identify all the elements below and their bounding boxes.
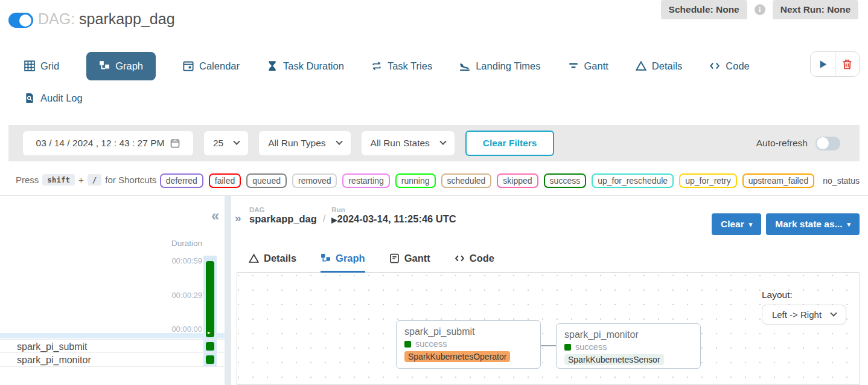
dag-enabled-toggle[interactable]	[8, 13, 33, 28]
auto-refresh-toggle[interactable]	[815, 137, 840, 150]
shortcut-hint: Press shift + / for Shortcuts	[16, 174, 156, 186]
info-icon[interactable]: i	[755, 4, 765, 15]
layout-control: Layout: Left -> Right	[762, 290, 846, 325]
gantt-icon	[568, 60, 579, 71]
task-name[interactable]: spark_pi_monitor	[17, 355, 91, 365]
task-row[interactable]: spark_pi_submit	[0, 339, 225, 353]
state-badge-up-for-reschedule[interactable]: up_for_reschedule	[592, 173, 674, 188]
state-badge-queued[interactable]: queued	[246, 173, 287, 188]
tab-grid[interactable]: Grid	[24, 60, 59, 72]
filter-bar: 03 / 14 / 2024 , 12 : 43 : 27 PM 25 All …	[8, 125, 860, 161]
header-badges: Schedule: None i Next Run: None	[661, 0, 858, 19]
calendar-picker-icon[interactable]	[170, 138, 180, 148]
state-badge-removed[interactable]: removed	[292, 173, 337, 188]
auto-refresh-control: Auto-refresh	[756, 137, 860, 150]
state-badge-restarting[interactable]: restarting	[342, 173, 389, 188]
dag-run-duration-bar[interactable]: ▸	[206, 261, 214, 337]
clear-filters-button[interactable]: Clear Filters	[465, 131, 555, 156]
tab-label: Code	[470, 253, 494, 264]
tab-graph[interactable]: Graph	[86, 52, 156, 80]
run-marker-icon: ▸	[208, 329, 211, 335]
state-badge-scheduled[interactable]: scheduled	[441, 173, 492, 188]
tab-label: Audit Log	[40, 92, 83, 104]
graph-icon	[99, 60, 110, 71]
run-states-value: All Run States	[371, 138, 430, 149]
toggle-knob	[817, 137, 829, 149]
chevron-down-icon	[439, 138, 446, 145]
shortcut-text: Press	[16, 175, 39, 185]
tab-task-duration[interactable]: Task Duration	[267, 60, 344, 72]
tab-label: Graph	[115, 60, 143, 72]
code-icon	[455, 253, 465, 264]
state-badge-upstream-failed[interactable]: upstream_failed	[742, 173, 815, 188]
run-detail-panel: » DAG sparkapp_dag / Run ▶2024-03-14, 11…	[231, 196, 868, 385]
state-badge-skipped[interactable]: skipped	[497, 173, 538, 188]
calendar-icon	[183, 60, 194, 71]
tab-label: Calendar	[199, 60, 240, 72]
run-row-highlight	[0, 333, 225, 338]
audit-log-icon	[24, 92, 35, 103]
graph-canvas[interactable]: Layout: Left -> Right spark_pi_submit su…	[237, 273, 860, 385]
document-icon	[389, 253, 400, 264]
task-name[interactable]: spark_pi_submit	[17, 341, 88, 352]
state-badge-success[interactable]: success	[544, 173, 587, 188]
run-tab-code[interactable]: Code	[455, 245, 494, 272]
graph-node-spark-pi-submit[interactable]: spark_pi_submit success SparkKubernetesO…	[396, 320, 541, 369]
panel-resize-handle[interactable]	[225, 196, 231, 385]
state-badge-failed[interactable]: failed	[209, 173, 241, 188]
toggle-knob	[19, 15, 31, 27]
repeat-icon	[371, 60, 382, 71]
task-instance-success-square[interactable]	[206, 355, 214, 364]
breadcrumb-run-value[interactable]: ▶2024-03-14, 11:25:46 UTC	[331, 213, 456, 225]
page-size-select[interactable]: 25	[204, 131, 248, 155]
tab-details[interactable]: Details	[636, 60, 682, 72]
chevron-down-icon	[830, 309, 837, 316]
tab-label: Grid	[40, 60, 59, 72]
run-tab-gantt[interactable]: Gantt	[389, 245, 430, 272]
clear-run-button[interactable]: Clear▾	[712, 213, 761, 235]
chevron-down-icon	[336, 138, 342, 145]
mark-state-button[interactable]: Mark state as...▾	[766, 213, 860, 235]
tab-label: Gantt	[404, 253, 430, 264]
state-badge-up-for-retry[interactable]: up_for_retry	[679, 173, 736, 188]
run-actions: Clear▾ Mark state as...▾	[712, 213, 860, 235]
axis-tick: 00:00:00	[171, 325, 202, 334]
delete-dag-button[interactable]	[835, 52, 859, 76]
caret-down-icon: ▾	[847, 221, 850, 228]
node-title: spark_pi_monitor	[564, 329, 692, 340]
state-badge-running[interactable]: running	[395, 173, 436, 188]
task-row[interactable]: spark_pi_monitor	[0, 353, 225, 367]
expand-icon[interactable]: »	[235, 212, 241, 225]
trigger-dag-button[interactable]	[811, 52, 835, 76]
tab-label: Task Tries	[388, 60, 432, 72]
axis-tick: 00:00:29	[171, 291, 202, 300]
collapse-sidebar-icon[interactable]: «	[211, 209, 219, 223]
run-states-select[interactable]: All Run States	[362, 131, 455, 155]
layout-select[interactable]: Left -> Right	[762, 305, 846, 325]
run-tab-graph[interactable]: Graph	[321, 245, 365, 273]
node-state-label: success	[575, 342, 607, 352]
breadcrumb-dag-name[interactable]: sparkapp_dag	[249, 213, 317, 225]
success-square-icon	[404, 341, 411, 348]
task-instance-success-square[interactable]	[206, 342, 214, 351]
breadcrumb-run-label: Run	[331, 206, 456, 213]
tab-audit-log[interactable]: Audit Log	[24, 92, 83, 104]
layout-label: Layout:	[762, 290, 846, 300]
shift-key: shift	[42, 174, 75, 186]
state-badge-deferred[interactable]: deferred	[160, 173, 203, 188]
grid-sidebar: « Duration 00:00:59 00:00:29 00:00:00 ▸ …	[0, 196, 225, 385]
tab-calendar[interactable]: Calendar	[183, 60, 240, 72]
tab-code[interactable]: Code	[709, 60, 749, 72]
base-date-value: 03 / 14 / 2024 , 12 : 43 : 27 PM	[36, 138, 165, 149]
base-date-input[interactable]: 03 / 14 / 2024 , 12 : 43 : 27 PM	[23, 131, 193, 155]
axis-tick: 00:00:59	[171, 256, 202, 265]
run-types-select[interactable]: All Run Types	[259, 131, 350, 155]
run-tab-details[interactable]: Details	[249, 245, 296, 272]
tab-landing-times[interactable]: Landing Times	[459, 60, 540, 72]
tab-label: Gantt	[584, 60, 608, 72]
tab-task-tries[interactable]: Task Tries	[371, 60, 432, 72]
play-icon	[818, 59, 828, 70]
graph-node-spark-pi-monitor[interactable]: spark_pi_monitor success SparkKubernetes…	[556, 323, 701, 369]
tab-label: Landing Times	[476, 60, 540, 72]
tab-gantt[interactable]: Gantt	[568, 60, 608, 72]
